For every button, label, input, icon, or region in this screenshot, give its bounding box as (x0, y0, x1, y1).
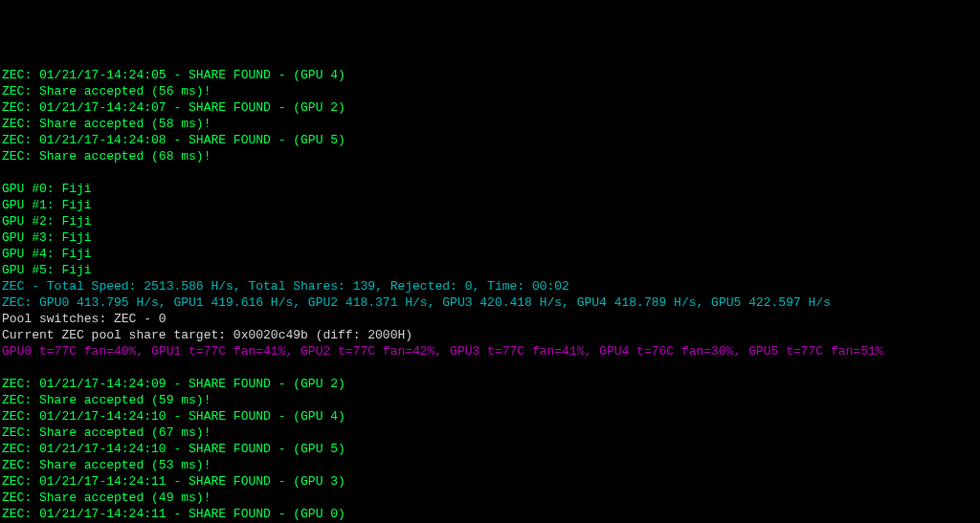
log-line: GPU #1: Fiji (2, 197, 978, 213)
log-line: ZEC: Share accepted (58 ms)! (2, 116, 978, 132)
blank-line (2, 164, 978, 181)
log-line: ZEC: Share accepted (53 ms)! (2, 457, 978, 473)
log-line: ZEC: Share accepted (59 ms)! (2, 392, 978, 408)
log-line: ZEC: 01/21/17-14:24:10 - SHARE FOUND - (… (2, 408, 978, 425)
blank-line (2, 360, 978, 376)
log-line: ZEC: 01/21/17-14:24:11 - SHARE FOUND - (… (2, 506, 978, 522)
log-line: ZEC - Total Speed: 2513.586 H/s, Total S… (2, 278, 978, 294)
log-line: GPU #4: Fiji (2, 246, 978, 262)
log-line: ZEC: Share accepted (49 ms)! (2, 490, 978, 506)
log-line: ZEC: 01/21/17-14:24:08 - SHARE FOUND - (… (2, 132, 978, 148)
log-line: GPU #3: Fiji (2, 229, 978, 246)
log-line: ZEC: Share accepted (56 ms)! (2, 83, 978, 99)
log-line: GPU0 t=77C fan=40%, GPU1 t=77C fan=41%, … (2, 343, 978, 360)
log-line: ZEC: Share accepted (67 ms)! (2, 425, 978, 441)
terminal-output: ZEC: 01/21/17-14:24:05 - SHARE FOUND - (… (2, 67, 978, 523)
log-line: GPU #0: Fiji (2, 181, 978, 197)
log-line: ZEC: 01/21/17-14:24:11 - SHARE FOUND - (… (2, 473, 978, 490)
log-line: GPU #2: Fiji (2, 213, 978, 229)
log-line: ZEC: 01/21/17-14:24:07 - SHARE FOUND - (… (2, 99, 978, 116)
log-line: ZEC: 01/21/17-14:24:05 - SHARE FOUND - (… (2, 67, 978, 83)
log-line: Pool switches: ZEC - 0 (2, 311, 978, 327)
log-line: GPU #5: Fiji (2, 262, 978, 278)
log-line: ZEC: Share accepted (68 ms)! (2, 148, 978, 164)
log-line: ZEC: 01/21/17-14:24:10 - SHARE FOUND - (… (2, 441, 978, 457)
log-line: Current ZEC pool share target: 0x0020c49… (2, 327, 978, 343)
log-line: ZEC: GPU0 413.795 H/s, GPU1 419.616 H/s,… (2, 294, 978, 311)
log-line: ZEC: 01/21/17-14:24:09 - SHARE FOUND - (… (2, 376, 978, 392)
